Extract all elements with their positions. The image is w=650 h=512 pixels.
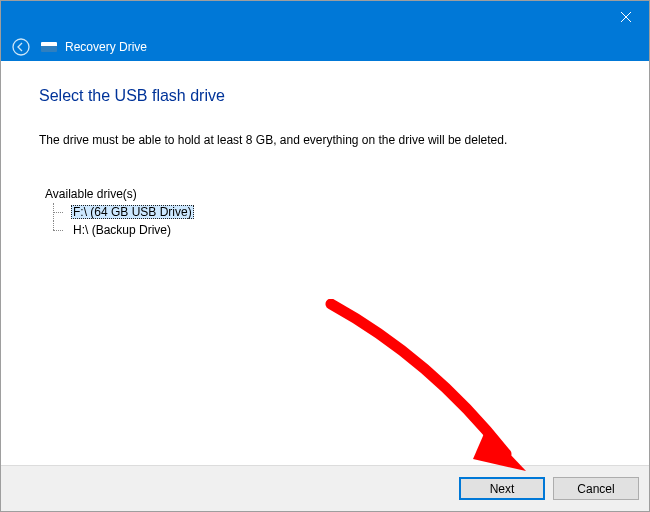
svg-point-2 — [13, 39, 29, 55]
footer-bar: Next Cancel — [1, 465, 649, 511]
drive-icon — [41, 40, 59, 54]
window-title: Recovery Drive — [65, 40, 147, 54]
back-button[interactable] — [9, 35, 33, 59]
page-heading: Select the USB flash drive — [39, 87, 611, 105]
drive-item-h[interactable]: H:\ (Backup Drive) — [49, 221, 611, 239]
tree-connector-icon — [53, 221, 65, 239]
back-arrow-icon — [12, 38, 30, 56]
drive-item-f[interactable]: F:\ (64 GB USB Drive) — [49, 203, 611, 221]
drive-item-label: H:\ (Backup Drive) — [71, 223, 173, 237]
titlebar — [1, 1, 649, 33]
header-bar: Recovery Drive — [1, 33, 649, 61]
drive-list: F:\ (64 GB USB Drive) H:\ (Backup Drive) — [49, 203, 611, 239]
cancel-button[interactable]: Cancel — [553, 477, 639, 500]
content-area: Select the USB flash drive The drive mus… — [1, 61, 649, 465]
tree-connector-icon — [53, 203, 65, 221]
next-button[interactable]: Next — [459, 477, 545, 500]
close-button[interactable] — [603, 1, 649, 33]
page-description: The drive must be able to hold at least … — [39, 133, 611, 147]
drive-item-label: F:\ (64 GB USB Drive) — [71, 205, 194, 219]
available-drives-label: Available drive(s) — [45, 187, 611, 201]
close-icon — [621, 12, 631, 22]
